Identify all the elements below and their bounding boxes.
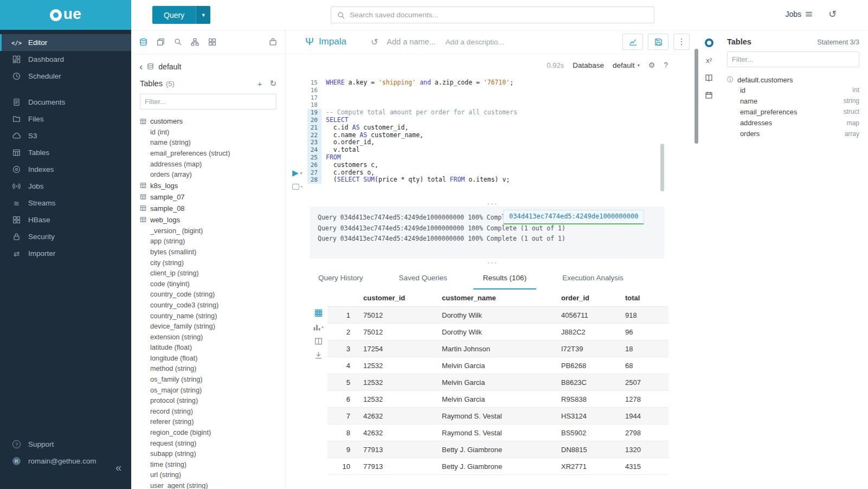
search-input[interactable]	[350, 11, 648, 19]
functions-icon[interactable]: x²	[706, 56, 712, 65]
code-line-28[interactable]: 28 (SELECT SUM(price * qty) total FROM o…	[286, 176, 699, 184]
chart-settings-button[interactable]	[622, 34, 643, 50]
assist-table-k8s-logs[interactable]: k8s_logs	[131, 180, 285, 191]
active-table[interactable]: ⓘ default.customers	[727, 75, 859, 85]
assist-column[interactable]: subapp (string)	[131, 448, 285, 459]
result-row[interactable]: 977913Betty J. GiambroneDN88151320	[327, 441, 668, 458]
schedule-icon[interactable]	[705, 91, 713, 99]
sidebar-item-indexes[interactable]: Indexes	[0, 161, 131, 178]
columns-icon[interactable]	[314, 337, 323, 345]
assist-column[interactable]: longitude (float)	[131, 353, 285, 364]
code-line-24[interactable]: 24 v.total	[286, 146, 699, 154]
chart-icon[interactable]: ▾	[313, 323, 324, 331]
column-header[interactable]: order_id	[557, 289, 621, 307]
add-icon[interactable]: +	[258, 79, 262, 88]
code-line-20[interactable]: 20SELECT	[286, 117, 699, 124]
assist-column[interactable]: url (string)	[131, 470, 285, 481]
hue-logo[interactable]: ue	[0, 0, 131, 30]
engine-selector[interactable]: Ψ Impala	[305, 36, 346, 48]
code-line-15[interactable]: 15WHERE a.key = 'shipping' and a.zip_cod…	[286, 79, 699, 87]
assist-column[interactable]: referer (string)	[131, 417, 285, 428]
sidebar-item-files[interactable]: Files	[0, 111, 131, 127]
code-line-26[interactable]: 26 customers c,	[286, 162, 699, 169]
assist-column[interactable]: user_agent (string)	[131, 480, 285, 489]
column-orders[interactable]: ordersarray	[727, 128, 859, 139]
assist-column[interactable]: id (int)	[131, 127, 285, 138]
code-line-16[interactable]: 16	[286, 87, 699, 94]
assist-table-web-logs[interactable]: web_logs	[131, 214, 285, 226]
code-line-23[interactable]: 23 o.order_id,	[286, 139, 699, 146]
chevron-down-icon[interactable]: ▾	[300, 171, 303, 176]
page-scrollbar[interactable]	[695, 49, 698, 144]
result-row[interactable]: 512532Melvin GarciaB8623C2507	[327, 374, 668, 391]
help-icon[interactable]: ?	[664, 61, 668, 69]
assist-column[interactable]: city (string)	[131, 258, 285, 268]
new-query-label[interactable]: Query	[152, 6, 196, 24]
sidebar-item-dashboard[interactable]: Dashboard	[0, 51, 131, 68]
assist-column[interactable]: protocol (string)	[131, 395, 285, 406]
documents-copy-icon[interactable]	[157, 38, 165, 46]
query-history-icon[interactable]: ↺	[371, 37, 378, 47]
bag-icon[interactable]	[269, 38, 277, 46]
assist-column[interactable]: os_major (string)	[131, 385, 285, 396]
sidebar-collapse-button[interactable]: «	[115, 461, 121, 474]
result-row[interactable]: 317254Martin JohnsonI72T3918	[327, 340, 668, 357]
sidebar-item-editor[interactable]: </>Editor	[0, 34, 131, 51]
assist-table-customers[interactable]: customers	[131, 115, 285, 127]
breadcrumb-database[interactable]: default	[158, 62, 181, 71]
sidebar-item-hbase[interactable]: HBase	[0, 211, 131, 228]
assist-column[interactable]: method (string)	[131, 364, 285, 375]
column-addresses[interactable]: addressesmap	[727, 118, 859, 128]
query-name-input[interactable]: Add a name...	[387, 37, 435, 46]
sidebar-item-s3[interactable]: S3	[0, 127, 131, 144]
assist-table-sample-08[interactable]: sample_08	[131, 203, 285, 214]
new-query-button[interactable]: Query ▼	[152, 6, 210, 24]
sidebar-item-user[interactable]: R romain@gethue.com	[0, 453, 131, 469]
assistant-icon[interactable]	[705, 38, 713, 47]
assist-column[interactable]: latitude (float)	[131, 343, 285, 353]
save-button[interactable]	[648, 34, 668, 50]
back-icon[interactable]: ‹	[139, 61, 143, 72]
assist-column[interactable]: record (string)	[131, 406, 285, 417]
code-line-21[interactable]: 21 c.id AS customer_id,	[286, 124, 699, 132]
assist-column[interactable]: device_family (string)	[131, 321, 285, 332]
code-line-25[interactable]: 25FROM	[286, 154, 699, 162]
assist-column[interactable]: region_code (bigint)	[131, 427, 285, 438]
code-line-17[interactable]: 17	[286, 94, 699, 102]
result-row[interactable]: 842632Raymond S. VestalBS59022798	[327, 424, 668, 441]
query-description-input[interactable]: Add a descriptio...	[446, 38, 504, 46]
grid-icon[interactable]	[314, 309, 323, 317]
column-header[interactable]: total	[621, 289, 668, 307]
sidebar-item-streams[interactable]: ≋Streams	[0, 195, 131, 211]
assist-column[interactable]: client_ip (string)	[131, 268, 285, 279]
assist-column[interactable]: name (string)	[131, 138, 285, 149]
column-id[interactable]: idint	[727, 85, 859, 95]
code-line-22[interactable]: 22 c.name AS customer_name,	[286, 132, 699, 139]
sitemap-icon[interactable]	[191, 38, 199, 46]
assist-table-sample-07[interactable]: sample_07	[131, 191, 285, 203]
result-row[interactable]: 412532Melvin GarciaPB626868	[327, 357, 668, 374]
sidebar-item-jobs[interactable]: Jobs	[0, 178, 131, 195]
result-row[interactable]: 1077913Betty J. GiambroneXR27714315	[327, 458, 668, 475]
execute-button[interactable]: ▶ ▾	[292, 168, 303, 178]
column-email-preferences[interactable]: email_preferencesstruct	[727, 106, 859, 117]
editor-options-button[interactable]: ▾	[292, 184, 303, 190]
table-filter-input[interactable]	[140, 94, 277, 110]
assist-column[interactable]: request (string)	[131, 438, 285, 449]
assist-column[interactable]: app (string)	[131, 236, 285, 247]
search-icon[interactable]	[174, 38, 182, 46]
assist-column[interactable]: country_code3 (string)	[131, 300, 285, 311]
right-filter-input[interactable]	[727, 52, 859, 67]
column-header[interactable]: customer_id	[359, 289, 438, 307]
code-line-19[interactable]: 19-- Compute total amount per order for …	[286, 109, 699, 117]
sidebar-item-documents[interactable]: Documents	[0, 94, 131, 111]
assist-column[interactable]: code (tinyint)	[131, 279, 285, 289]
apps-icon[interactable]	[208, 38, 216, 46]
assist-column[interactable]: country_code (string)	[131, 289, 285, 300]
assist-column[interactable]: _version_ (bigint)	[131, 226, 285, 236]
tab-execution-analysis[interactable]: Execution Analysis	[552, 274, 633, 289]
databases-icon[interactable]	[139, 38, 147, 46]
assist-column[interactable]: os_family (string)	[131, 374, 285, 385]
resize-handle[interactable]: ···	[286, 200, 699, 207]
code-line-27[interactable]: 27 c.orders o,	[286, 169, 699, 177]
